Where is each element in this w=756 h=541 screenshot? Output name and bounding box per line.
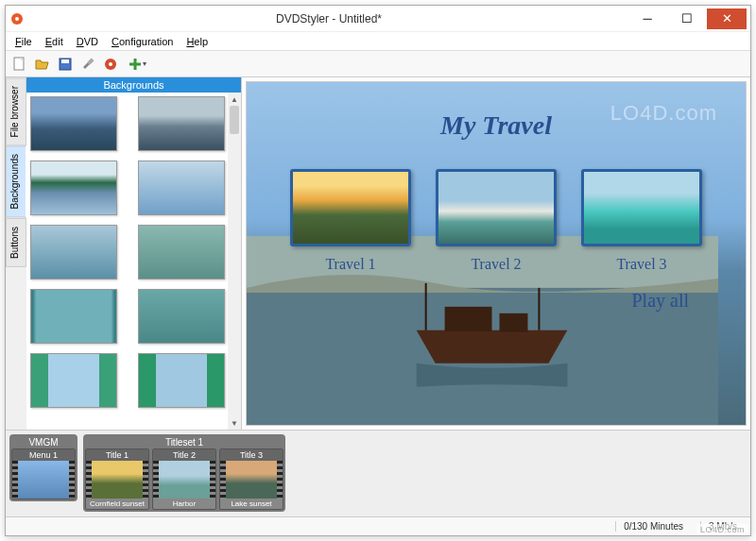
timeline-item-caption: Lake sunset	[230, 499, 272, 509]
timeline-item-title: Menu 1	[12, 449, 75, 461]
app-icon	[9, 11, 25, 26]
timeline-item[interactable]: Title 1Cornfield sunset	[85, 448, 149, 510]
background-thumb[interactable]	[30, 289, 117, 344]
play-all-button[interactable]: Play all	[631, 290, 689, 312]
panel-scrollbar[interactable]: ▲ ▼	[228, 93, 241, 430]
background-thumb[interactable]	[138, 289, 225, 344]
background-thumb[interactable]	[138, 161, 225, 215]
menu-item-label: Travel 2	[436, 256, 557, 273]
menu-item-label: Travel 1	[290, 256, 411, 273]
scroll-up-icon[interactable]: ▲	[228, 93, 241, 106]
menu-item[interactable]: Travel 2	[436, 169, 557, 273]
timeline: VMGMMenu 1Titleset 1Title 1Cornfield sun…	[6, 430, 750, 516]
timeline-item[interactable]: Title 3Lake sunset	[219, 448, 284, 510]
titlebar: DVDStyler - Untitled* ─ ☐ ✕	[6, 6, 750, 32]
background-thumb[interactable]	[30, 96, 117, 151]
background-thumb[interactable]	[138, 225, 225, 279]
side-tabs: File browser Backgrounds Buttons	[6, 77, 26, 430]
menu-file[interactable]: File	[9, 34, 38, 49]
settings-button[interactable]	[77, 54, 98, 75]
backgrounds-panel: Backgrounds ▲ ▼	[26, 77, 242, 430]
timeline-item-title: Title 3	[220, 449, 283, 461]
menu-item-thumb[interactable]	[290, 169, 411, 246]
background-thumb[interactable]	[30, 353, 117, 408]
page-watermark: LO4D.com	[696, 524, 748, 535]
timeline-item-caption: Cornfield sunset	[89, 499, 146, 509]
timeline-item[interactable]: Menu 1	[11, 448, 76, 499]
app-window: DVDStyler - Untitled* ─ ☐ ✕ File Edit DV…	[5, 5, 751, 536]
menu-edit[interactable]: Edit	[40, 34, 69, 49]
svg-rect-11	[500, 313, 528, 332]
svg-rect-4	[61, 59, 69, 63]
menubar: File Edit DVD Configuration Help	[6, 32, 750, 51]
background-thumb[interactable]	[30, 225, 117, 279]
menu-title[interactable]: My Travel	[247, 110, 746, 141]
window-title: DVDStyler - Untitled*	[30, 12, 627, 25]
tab-file-browser[interactable]: File browser	[6, 77, 26, 145]
menu-help[interactable]: Help	[180, 34, 214, 49]
timeline-item-title: Title 1	[86, 449, 148, 461]
tab-backgrounds[interactable]: Backgrounds	[6, 145, 26, 217]
timeline-item-thumb	[153, 461, 215, 499]
timeline-item-thumb	[86, 461, 148, 499]
window-controls: ─ ☐ ✕	[627, 8, 747, 29]
add-button[interactable]: ▾	[123, 54, 151, 75]
vmgm-header: VMGM	[25, 436, 61, 448]
menu-preview[interactable]: LO4D.com My Travel Travel 1Travel 2Trave…	[246, 81, 747, 426]
main-area: File browser Backgrounds Buttons Backgro…	[6, 77, 750, 430]
statusbar: 0/130 Minutes 3 Mb/s	[6, 516, 750, 535]
maximize-button[interactable]: ☐	[667, 8, 707, 29]
menu-item-label: Travel 3	[581, 256, 702, 273]
scroll-thumb[interactable]	[230, 106, 239, 134]
status-minutes: 0/130 Minutes	[615, 521, 691, 532]
toolbar: ▾	[6, 51, 750, 77]
timeline-item[interactable]: Title 2Harbor	[152, 448, 216, 510]
tab-buttons[interactable]: Buttons	[6, 218, 26, 267]
background-thumb[interactable]	[138, 353, 225, 408]
menu-item[interactable]: Travel 1	[290, 169, 411, 273]
menu-configuration[interactable]: Configuration	[106, 34, 179, 49]
vmgm-group: VMGMMenu 1	[9, 434, 77, 501]
scroll-down-icon[interactable]: ▼	[228, 416, 241, 430]
panel-header: Backgrounds	[26, 77, 241, 93]
menu-item-thumb[interactable]	[581, 169, 702, 246]
titleset-header: Titleset 1	[162, 436, 207, 448]
timeline-item-caption: Harbor	[172, 499, 197, 509]
timeline-item-thumb	[220, 461, 283, 499]
titleset-group: Titleset 1Title 1Cornfield sunsetTitle 2…	[83, 434, 285, 512]
panel-body: ▲ ▼	[26, 93, 241, 430]
menu-dvd[interactable]: DVD	[71, 34, 104, 49]
svg-point-7	[109, 62, 112, 66]
minimize-button[interactable]: ─	[627, 8, 667, 29]
canvas-area: LO4D.com My Travel Travel 1Travel 2Trave…	[242, 77, 750, 430]
timeline-item-thumb	[12, 461, 75, 499]
background-thumb[interactable]	[30, 161, 117, 215]
svg-rect-10	[445, 307, 492, 331]
menu-item-thumb[interactable]	[436, 169, 557, 246]
save-button[interactable]	[55, 54, 76, 75]
new-button[interactable]	[9, 54, 30, 75]
burn-button[interactable]	[100, 54, 121, 75]
open-button[interactable]	[32, 54, 53, 75]
menu-item[interactable]: Travel 3	[581, 169, 702, 273]
close-button[interactable]: ✕	[707, 8, 747, 29]
background-thumb[interactable]	[138, 96, 225, 151]
menu-items-row: Travel 1Travel 2Travel 3	[247, 169, 746, 273]
svg-point-1	[15, 17, 19, 21]
timeline-item-title: Title 2	[153, 449, 215, 461]
